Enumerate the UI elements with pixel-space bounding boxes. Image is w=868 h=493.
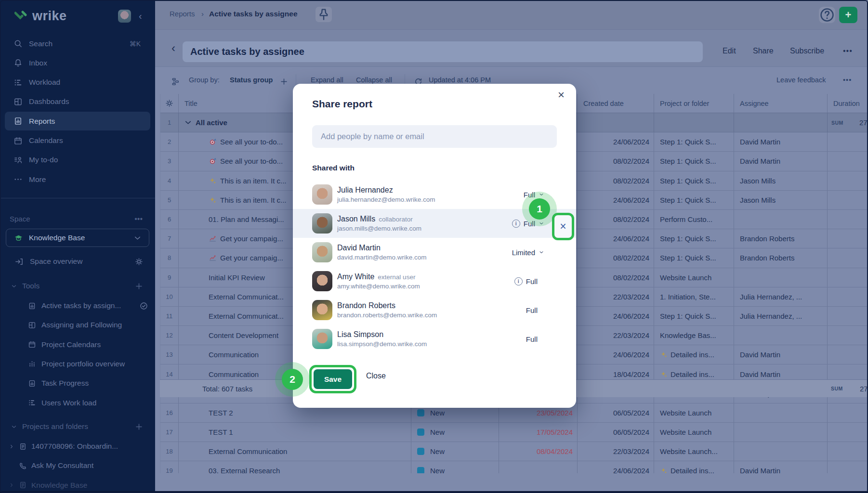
task-title: See all your to-do... bbox=[220, 138, 283, 146]
created-date: 08/02/2024 bbox=[613, 273, 649, 282]
title-cell[interactable]: External Communication bbox=[179, 442, 411, 461]
sidebar-project-knowledge-base[interactable]: Knowledge Base bbox=[9, 476, 155, 491]
breadcrumb-root[interactable]: Reports bbox=[170, 10, 195, 18]
group-duration-cell: SUM272 bbox=[828, 113, 868, 132]
sidebar-item-workload[interactable]: Workload bbox=[5, 73, 150, 92]
table-row[interactable]: 18External CommunicationNew08/04/202422/… bbox=[160, 442, 868, 461]
due-date-cell: 17/05/2024 bbox=[499, 423, 578, 441]
plus-icon[interactable] bbox=[134, 282, 144, 291]
graduation-cap-icon bbox=[14, 234, 23, 243]
column-header-assignee[interactable]: Assignee bbox=[734, 94, 828, 113]
assignee-name: Jason Mills bbox=[740, 196, 776, 204]
sidebar-tool-users-work-load[interactable]: Users Work load bbox=[28, 394, 155, 412]
add-people-input[interactable] bbox=[312, 125, 557, 148]
plus-icon[interactable] bbox=[134, 422, 144, 431]
back-chevron-icon[interactable]: ‹ bbox=[171, 41, 175, 55]
table-row[interactable]: 17TEST 1New17/05/202406/05/2024Website L… bbox=[160, 423, 868, 442]
table-settings[interactable] bbox=[160, 94, 179, 113]
task-title: Communication bbox=[209, 370, 259, 378]
space-selector[interactable]: Knowledge Base bbox=[6, 229, 149, 247]
share-button[interactable]: Share bbox=[753, 47, 774, 55]
save-button[interactable]: Save bbox=[314, 369, 352, 389]
created-date: 24/06/2024 bbox=[613, 234, 649, 243]
sidebar-tool-project-portfolio-overview[interactable]: Project portfolio overview bbox=[28, 355, 155, 373]
save-button-highlight: Save bbox=[309, 365, 356, 393]
toolbar-divider bbox=[296, 74, 296, 86]
permission-dropdown[interactable]: iFull bbox=[514, 267, 538, 296]
column-header-project-or-folder[interactable]: Project or folder bbox=[654, 94, 734, 113]
permission-dropdown[interactable]: Full bbox=[526, 296, 538, 324]
column-header-created-date[interactable]: Created date bbox=[578, 94, 654, 113]
sidebar-item-inbox[interactable]: Inbox bbox=[5, 53, 150, 72]
help-icon[interactable] bbox=[819, 7, 835, 23]
title-cell[interactable]: 03. External Research bbox=[179, 461, 411, 473]
leave-feedback-link[interactable]: Leave feedback bbox=[776, 76, 826, 84]
task-title: This is an item. It c... bbox=[220, 196, 287, 204]
sidebar-project-1407708096-onboardin-[interactable]: 1407708096: Onboardin... bbox=[9, 437, 155, 455]
keyboard-shortcut: ⌘K bbox=[130, 40, 141, 48]
sidebar-tool-project-calendars[interactable]: Project Calendars bbox=[28, 336, 155, 354]
permission-dropdown[interactable]: Full bbox=[526, 324, 538, 353]
project-name: Website Launch bbox=[660, 273, 711, 282]
duration-cell bbox=[828, 307, 868, 325]
chevron-down-icon bbox=[11, 422, 17, 431]
group-by-value[interactable]: Status group bbox=[230, 76, 273, 84]
user-avatar[interactable] bbox=[118, 10, 131, 23]
sidebar-item-more[interactable]: More bbox=[5, 170, 150, 189]
column-header-duration[interactable]: Duration bbox=[828, 94, 868, 113]
created-date-cell: 06/05/2024 bbox=[578, 403, 654, 422]
title-cell[interactable]: TEST 1 bbox=[179, 423, 411, 441]
tools-section[interactable]: Tools bbox=[0, 277, 155, 295]
close-button[interactable]: Close bbox=[366, 372, 386, 380]
assignee-cell: Jason Mills bbox=[734, 191, 828, 209]
sidebar-item-calendars[interactable]: Calendars bbox=[5, 131, 150, 150]
annotation-step-2: 2 bbox=[282, 369, 303, 390]
toolbar-more-icon[interactable]: ••• bbox=[843, 76, 852, 84]
sidebar-item-space-overview[interactable]: Space overview bbox=[0, 252, 155, 271]
expand-all-button[interactable]: Expand all bbox=[311, 76, 343, 84]
table-settings-gear-icon[interactable] bbox=[165, 99, 174, 108]
footer-sum-label: SUM bbox=[831, 386, 843, 391]
status-color-square bbox=[417, 428, 424, 436]
user-email: brandon.roberts@demo.wrike.com bbox=[337, 311, 437, 319]
space-overview-icon bbox=[14, 257, 24, 266]
remove-access-button[interactable]: × bbox=[552, 213, 574, 240]
project-cell: Detailed ins... bbox=[654, 461, 734, 473]
sidebar-tool-active-tasks-by-assign-[interactable]: Active tasks by assign... bbox=[28, 297, 155, 315]
projects-section[interactable]: Projects and folders bbox=[0, 417, 155, 436]
sidebar-project-ask-my-consultant[interactable]: Ask My Consultant bbox=[9, 456, 155, 475]
created-date: 18/04/2024 bbox=[613, 370, 649, 378]
sidebar-tool-assigning-and-following[interactable]: Assigning and Following bbox=[28, 316, 155, 334]
sidebar-item-dashboards[interactable]: Dashboards bbox=[5, 92, 150, 111]
user-info: Amy Whiteexternal user amy.white@demo.wr… bbox=[337, 272, 420, 290]
pin-icon[interactable] bbox=[316, 7, 332, 22]
collapse-group-icon[interactable] bbox=[184, 118, 193, 127]
sidebar-item-my-to-do[interactable]: My to-do bbox=[5, 151, 150, 169]
gear-icon[interactable] bbox=[134, 257, 144, 266]
sidebar-item-search[interactable]: Search⌘K bbox=[5, 34, 150, 53]
sparkle-icon bbox=[209, 195, 217, 205]
sidebar-tool-task-progress[interactable]: Task Progress bbox=[28, 374, 155, 392]
duration-cell bbox=[828, 423, 868, 441]
edit-button[interactable]: Edit bbox=[723, 47, 736, 55]
assignee-name: David Martin bbox=[740, 467, 780, 473]
space-more-icon[interactable]: ••• bbox=[134, 215, 143, 223]
more-actions-icon[interactable]: ••• bbox=[843, 47, 853, 55]
permission-dropdown[interactable]: Limited bbox=[512, 238, 544, 267]
collapse-sidebar-icon[interactable]: ‹ bbox=[139, 11, 142, 22]
collapse-all-button[interactable]: Collapse all bbox=[356, 76, 392, 84]
add-group-icon[interactable] bbox=[279, 77, 289, 86]
wrike-logo[interactable]: wrike bbox=[14, 9, 67, 24]
subscribe-button[interactable]: Subscribe bbox=[790, 47, 824, 55]
table-row[interactable]: 1903. External ResearchNew24/06/2024Deta… bbox=[160, 461, 868, 473]
sidebar-item-reports[interactable]: Reports bbox=[5, 112, 150, 130]
chart-icon bbox=[209, 234, 217, 243]
project-name: Knowledge Bas... bbox=[660, 331, 716, 339]
breadcrumb-current: Active tasks by assignee bbox=[209, 10, 298, 18]
chart-icon bbox=[209, 253, 217, 262]
space-section-label: Space bbox=[10, 215, 30, 223]
due-date: 17/05/2024 bbox=[537, 428, 573, 436]
create-new-button[interactable]: + bbox=[839, 7, 857, 23]
close-dialog-icon[interactable]: × bbox=[554, 88, 568, 102]
report-title-input[interactable]: Active tasks by assignee bbox=[183, 41, 703, 62]
